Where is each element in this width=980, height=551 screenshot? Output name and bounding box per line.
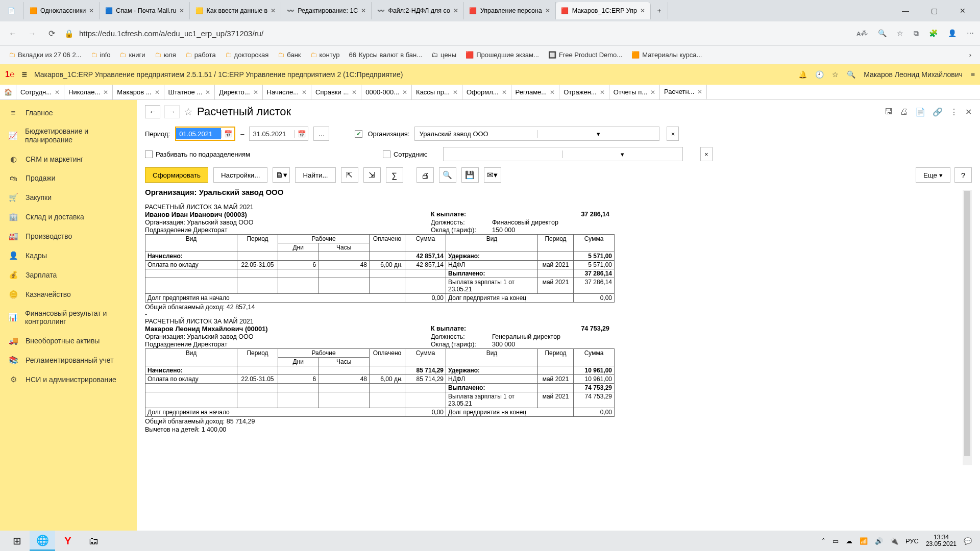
vertical-scrollbar[interactable] [963,190,972,465]
sidebar-item[interactable]: 🛒Закупки [0,188,137,207]
tab-close-icon[interactable]: ✕ [502,89,507,96]
star-icon[interactable]: ☆ [832,70,839,79]
tab-close-icon[interactable]: ✕ [453,7,458,14]
tab-close-icon[interactable]: ✕ [545,7,550,14]
date-to-input[interactable]: 📅 [249,127,308,141]
tab-close-icon[interactable]: ✕ [89,7,94,14]
browser-tab[interactable]: 〰️ Редактирование: 1С ✕ [281,2,372,19]
tab-close-icon[interactable]: ✕ [402,89,407,96]
notifications-icon[interactable]: 💬 [964,537,972,545]
browser-tab[interactable]: 🟨 Как ввести данные в ✕ [190,2,281,19]
app-tab[interactable]: Регламе...✕ [511,85,560,99]
tab-close-icon[interactable]: ✕ [103,89,108,96]
collections-icon[interactable]: ⧉ [914,29,919,38]
browser-tab[interactable]: 🟧 Одноклассники ✕ [24,2,100,19]
date-from-field[interactable] [176,128,221,139]
email-button[interactable]: ✉▾ [484,167,501,183]
bookmark-item[interactable]: 🗀 книги [117,49,148,60]
save-button[interactable]: 💾 [461,167,479,183]
nav-back[interactable]: ← [6,29,19,38]
browser-tab[interactable]: 📄 [2,2,24,19]
sidebar-item[interactable]: 📊Финансовый результат и контроллинг [0,304,137,332]
variant-button[interactable]: 🗎▾ [273,167,290,183]
wifi-icon[interactable]: 📶 [860,537,868,545]
bookmarks-overflow[interactable]: › [967,49,974,60]
tab-close-icon[interactable]: ✕ [361,7,366,14]
lang-indicator[interactable]: РУС [905,537,919,545]
bookmark-item[interactable]: 66 Курсы валют в бан... [346,49,425,60]
tab-close-icon[interactable]: ✕ [205,89,210,96]
browser-tab[interactable]: 🟦 Спам - Почта Mail.ru ✕ [100,2,190,19]
sidebar-item[interactable]: 🚚Внеоборотные активы [0,331,137,350]
url-box[interactable]: 🔒 https://edu.1cfresh.com/a/edu_uc1_erp_… [64,26,850,41]
tab-close-icon[interactable]: ✕ [352,89,357,96]
settings-button[interactable]: Настройки... [213,167,267,183]
sidebar-item[interactable]: 💰Зарплата [0,265,137,285]
bookmark-item[interactable]: 🗀 контур [308,49,342,60]
bookmark-item[interactable]: 🗀 докторская [223,49,272,60]
calendar-icon[interactable]: 📅 [295,130,308,138]
tab-close-icon[interactable]: ✕ [640,7,645,14]
menu-icon[interactable]: ⋯ [967,29,974,38]
taskbar-app-edge[interactable]: 🌐 [30,531,55,551]
power-icon[interactable]: 🔌 [890,537,898,545]
app-tab[interactable]: 0000-000...✕ [361,85,412,99]
org-select[interactable]: Уральский завод ООО ▾ [414,127,659,141]
nav-reload[interactable]: ⟳ [45,29,58,38]
sidebar-item[interactable]: 🏭Производство [0,227,137,246]
tab-close-icon[interactable]: ✕ [179,7,184,14]
sidebar-item[interactable]: 📚Регламентированный учет [0,350,137,370]
profile-icon[interactable]: 👤 [948,29,957,38]
tab-close-icon[interactable]: ✕ [271,7,276,14]
clock[interactable]: 13:34 23.05.2021 [926,534,957,547]
app-tab[interactable]: Кассы пр...✕ [412,85,462,99]
period-picker-button[interactable]: … [313,127,329,141]
nav-forward[interactable]: → [26,29,39,38]
print-icon[interactable]: 🖨 [900,107,908,116]
favorite-page-button[interactable]: ☆ [184,106,193,118]
favorite-icon[interactable]: ☆ [897,29,903,38]
extensions-icon[interactable]: 🧩 [929,29,938,38]
bookmark-item[interactable]: 🗂 цены [429,49,459,60]
org-clear-button[interactable]: × [667,127,679,141]
start-button[interactable]: ⊞ [4,531,30,551]
employee-checkbox[interactable]: Сотрудник: [383,151,428,158]
user-name[interactable]: Макаров Леонид Михайлович [864,70,963,79]
bookmark-item[interactable]: 🗀 банк [275,49,303,60]
app-tab[interactable]: Штатное ...✕ [164,85,215,99]
tab-close-icon[interactable]: ✕ [697,88,702,95]
browser-tab[interactable]: 🟥 Управление персона ✕ [464,2,556,19]
date-to-field[interactable] [250,128,295,139]
more-button[interactable]: Еще ▾ [916,167,950,183]
sidebar-item[interactable]: ≡Главное [0,103,137,122]
app-tab[interactable]: Оформл...✕ [462,85,511,99]
dropdown-icon[interactable]: ▾ [537,130,659,138]
window-close[interactable]: ✕ [953,7,972,15]
generate-button[interactable]: Сформировать [145,167,208,183]
employee-select[interactable]: ▾ [443,147,683,161]
sidebar-item[interactable]: 👤Кадры [0,246,137,265]
sidebar-item[interactable]: ◐CRM и маркетинг [0,149,137,169]
more-vert-icon[interactable]: ⋮ [950,107,958,117]
date-from-input[interactable]: 📅 [175,127,235,141]
window-maximize[interactable]: ▢ [925,7,943,15]
browser-tab[interactable]: 〰️ Файл:2-НДФЛ для со ✕ [372,2,463,19]
app-tab[interactable]: Справки ...✕ [311,85,361,99]
tab-close-icon[interactable]: ✕ [55,89,60,96]
search-icon[interactable]: 🔍 [847,70,855,79]
browser-tab[interactable]: 🟥 Макаров_1С:ERP Упр ✕ [556,2,651,19]
bookmark-item[interactable]: 🟥 Прошедшие экзам... [463,49,542,60]
tab-close-icon[interactable]: ✕ [600,89,605,96]
new-tab-button[interactable]: ＋ [651,2,668,19]
expand-button[interactable]: ⇱ [341,167,358,183]
taskbar-app-yandex[interactable]: Y [55,531,81,551]
home-tab[interactable]: 🏠 [0,85,16,99]
calendar-icon[interactable]: 📅 [221,130,234,138]
tab-close-icon[interactable]: ✕ [453,89,458,96]
employee-clear-button[interactable]: × [700,147,713,161]
window-minimize[interactable]: — [896,7,915,15]
split-checkbox[interactable]: Разбивать по подразделениям [145,151,250,158]
sidebar-item[interactable]: 📈Бюджетирование и планирование [0,122,137,149]
bookmark-item[interactable]: 🔲 Free Product Demo... [546,49,625,60]
nav-next-button[interactable]: → [164,105,180,118]
